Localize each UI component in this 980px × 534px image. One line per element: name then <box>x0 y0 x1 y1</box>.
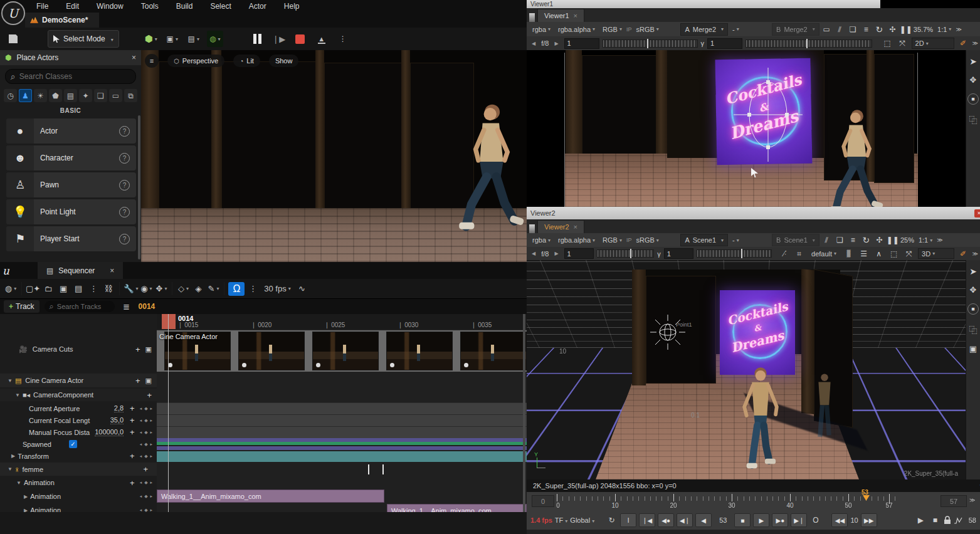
collapse-arrow-icon[interactable]: ▶ <box>11 453 15 459</box>
rotate-gizmo-icon[interactable]: ■ <box>967 303 979 315</box>
menu-tools[interactable]: Tools <box>132 0 167 13</box>
menu-window[interactable]: Window <box>88 0 132 13</box>
viewer2-alpha-dropdown[interactable]: rgba.alpha <box>555 234 598 246</box>
aperture-row[interactable] <box>157 402 527 415</box>
select-cursor-icon[interactable]: ➤ <box>969 266 977 276</box>
category-shapes-icon[interactable]: ⬟ <box>49 89 62 102</box>
viewer2-3d-dropdown[interactable]: 3D <box>918 248 954 259</box>
animation-clip-1[interactable]: Walking_1__Anim_mixamo_com <box>157 490 384 503</box>
camera-cut-thumbnail[interactable] <box>386 332 453 370</box>
translate-gizmo-icon[interactable]: ✥ <box>970 75 977 85</box>
close-icon[interactable]: × <box>574 12 577 19</box>
viewer1-a-input-dropdown[interactable]: AMerge2 <box>680 23 728 36</box>
search-classes-input[interactable]: ⌕ Search Classes <box>5 69 136 84</box>
viewer2-fstop-label[interactable]: f/8 <box>541 250 549 258</box>
prev-arrow-icon[interactable]: ◀ <box>532 251 535 256</box>
track-camera-cuts[interactable]: 🎥 Camera Cuts + ▣ <box>0 342 157 356</box>
key-nav-icons[interactable]: ◂ ◆ ▸ <box>140 406 153 411</box>
expand-arrow-icon[interactable]: ▼ <box>16 480 21 486</box>
more-chevron-icon[interactable]: ≫ <box>972 251 977 257</box>
camera-cut-thumbnail[interactable] <box>460 332 527 370</box>
range-mode-dropdown[interactable]: Global <box>570 516 594 524</box>
blueprints-button[interactable]: ▣ <box>164 31 181 47</box>
viewer1-channels-dropdown[interactable]: rgba <box>529 23 554 36</box>
viewer2-window-titlebar[interactable]: Viewer2 × <box>527 207 980 219</box>
viewer2-channels-dropdown[interactable]: rgba <box>529 234 554 246</box>
dots-icon[interactable]: ⋮ <box>87 282 100 296</box>
range-end-field[interactable]: 57 <box>940 495 967 507</box>
next-key-button[interactable]: ▶● <box>772 513 788 527</box>
browse-sequence-button[interactable]: 🗀 <box>41 282 55 296</box>
viewer1-wipe-dropdown[interactable]: - <box>729 23 771 36</box>
expand-arrow-icon[interactable]: ▼ <box>8 466 13 472</box>
camera-lock-icon[interactable]: ▣ <box>145 377 152 385</box>
play-backward-button[interactable]: ◀ <box>695 513 712 527</box>
add-key-icon[interactable]: + <box>130 404 135 413</box>
goto-start-button[interactable]: ❘◀ <box>639 513 655 527</box>
layer-lines-icon[interactable]: ☰ <box>858 248 870 259</box>
settings-wrench-dropdown[interactable]: 🔧 <box>124 282 138 296</box>
playhead-handle[interactable] <box>162 314 176 329</box>
refresh-icon[interactable]: ↻ <box>860 234 872 246</box>
add-key-icon[interactable]: + <box>130 451 135 461</box>
track-animation-parent[interactable]: ▼ Animation + ◂ ◆ ▸ <box>0 476 157 489</box>
memory-graph-icon[interactable] <box>954 516 962 524</box>
add-icon[interactable]: + <box>135 376 140 385</box>
show-dropdown[interactable]: Show <box>269 55 299 67</box>
add-key-icon[interactable]: + <box>130 427 135 437</box>
viewer2-ratio-dropdown[interactable]: 1:1 <box>915 234 935 246</box>
help-icon[interactable]: ? <box>119 234 130 244</box>
transform-gizmo[interactable] <box>734 68 803 162</box>
viewer2-gamma-slider[interactable] <box>697 249 772 258</box>
spawned-checkbox[interactable]: ✓ <box>69 440 77 448</box>
viewer1-alpha-dropdown[interactable]: rgba.alpha <box>555 23 598 36</box>
proxy-stripes-icon[interactable]: ⫽ <box>821 234 833 246</box>
menu-build[interactable]: Build <box>167 0 202 13</box>
keyframe-options-dropdown[interactable]: ◇ <box>176 282 190 296</box>
next-arrow-icon[interactable]: ▶ <box>554 41 558 46</box>
add-icon[interactable]: + <box>143 464 148 474</box>
walking-character[interactable] <box>458 85 527 262</box>
scene-lights-icon[interactable]: ⳺ <box>778 248 790 259</box>
expand-arrow-icon[interactable]: ▼ <box>15 392 20 398</box>
viewer1-gamma-slider[interactable] <box>746 39 872 48</box>
select-cursor-icon[interactable]: ➤ <box>969 56 977 66</box>
viewer2-lock-dropdown[interactable]: default <box>808 248 840 260</box>
camera-vest-icon[interactable]: 🮐 <box>843 248 855 259</box>
category-lights-icon[interactable]: ☀ <box>34 89 47 102</box>
snap-options-icon[interactable]: ⋮ <box>246 282 260 296</box>
viewer2-wipe-dropdown[interactable]: - <box>729 234 771 246</box>
flipbook-play-icon[interactable]: ▶ <box>915 515 927 526</box>
input-process-toggle[interactable]: IP <box>626 237 632 243</box>
nuke-timeline[interactable]: 0 0 10 20 30 40 50 57 53 57 ≫ <box>527 492 980 511</box>
add-icon[interactable]: + <box>147 390 152 400</box>
menu-edit[interactable]: Edit <box>57 0 88 13</box>
keyframe-tick[interactable] <box>382 464 384 474</box>
track-current-focal[interactable]: Current Focal Lengt 35,0 + ◂ ◆ ▸ <box>0 414 157 426</box>
update-gear-icon[interactable]: ✣ <box>873 234 885 246</box>
add-key-icon[interactable]: + <box>130 416 135 425</box>
keyframe-tick[interactable] <box>368 464 369 474</box>
rotate-gizmo-icon[interactable]: ■ <box>967 93 979 105</box>
key-nav-icons[interactable]: ◂ ◆ ▸ <box>140 430 153 435</box>
more-chevron-icon[interactable]: ≫ <box>956 26 961 33</box>
transform-row[interactable] <box>157 451 527 462</box>
last-frame-field[interactable]: 58 <box>969 516 976 524</box>
viewer2-gain-slider[interactable] <box>597 249 654 258</box>
place-item-character[interactable]: ☻ Character ? <box>6 145 136 170</box>
viewer2-gain-field[interactable]: 1 <box>564 248 594 259</box>
input-process-toggle[interactable]: IP <box>626 26 632 33</box>
track-transform[interactable]: ▶ Transform + ◂ ◆ ▸ <box>0 450 157 462</box>
out-marker-button[interactable]: O <box>809 515 821 526</box>
track-camera-component[interactable]: ▼ ■◂ CameraComponent + <box>0 389 157 401</box>
view-options-dropdown[interactable]: ◉ <box>139 282 153 296</box>
viewer2-lut-dropdown[interactable]: sRGB <box>633 234 679 246</box>
key-nav-icons[interactable]: ◂ ◆ ▸ <box>140 454 153 459</box>
playback-options-dropdown[interactable]: ✥ <box>154 282 168 296</box>
focus-row[interactable] <box>157 426 527 439</box>
camera-cut-thumbnail[interactable] <box>238 332 305 370</box>
viewer1-window-titlebar[interactable]: Viewer1 <box>527 0 888 8</box>
tf-dropdown[interactable]: TF <box>555 516 567 524</box>
curve-editor-button[interactable]: ∿ <box>295 282 308 296</box>
help-icon[interactable]: ? <box>119 207 130 217</box>
